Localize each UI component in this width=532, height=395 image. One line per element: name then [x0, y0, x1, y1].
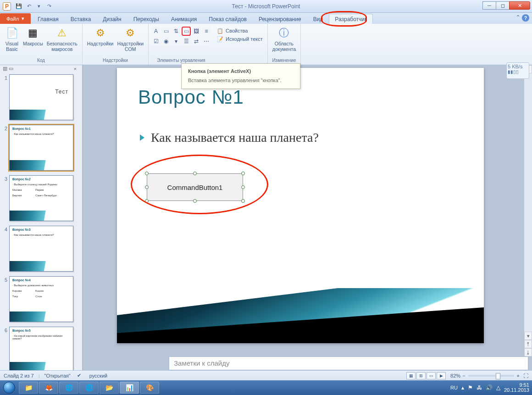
ctl-more-icon[interactable]: ⋯ — [202, 37, 211, 46]
ribbon-minimize-icon[interactable]: ⌃ — [516, 14, 520, 22]
tab-design[interactable]: Дизайн — [97, 14, 127, 24]
zoom-slider[interactable] — [468, 375, 514, 377]
ctl-commandbutton-icon[interactable]: ▭ — [182, 27, 191, 36]
vertical-scrollbar[interactable]: ▴ ▾ ⭱ ⭳ — [524, 65, 532, 356]
slide-thumbnail[interactable]: Вопрос №2· Выберите столицу нашей Родины… — [9, 175, 73, 221]
slide-canvas[interactable]: Вопрос №1 Как называется наша планета? C… — [117, 68, 484, 343]
selection-handle[interactable] — [145, 199, 149, 203]
selection-handle[interactable] — [241, 172, 245, 175]
prev-slide-icon[interactable]: ⭱ — [524, 340, 532, 348]
group-controls: A ▭ ⇅ ▭ 🖼 ≡ ☑ ◉ ▾ ☰ ⇄ ⋯ Элементы управле… — [149, 24, 268, 65]
properties-button[interactable]: 📋Свойства — [215, 27, 265, 35]
slide-bullet-text[interactable]: Как называется наша планета? — [151, 130, 319, 145]
tray-clock[interactable]: 9:51 20.11.2013 — [504, 383, 529, 393]
tray-up-icon[interactable]: ▴ — [461, 384, 464, 391]
tab-review[interactable]: Рецензирование — [253, 14, 307, 24]
selection-handle[interactable] — [145, 185, 149, 189]
tooltip: Кнопка (элемент ActiveX) Вставка элемент… — [181, 63, 300, 89]
thumb-number: 1 — [1, 74, 9, 81]
selection-handle[interactable] — [193, 199, 197, 203]
selection-handle[interactable] — [145, 172, 149, 175]
selection-handle[interactable] — [241, 199, 245, 203]
status-spellcheck-icon[interactable]: ✔ — [77, 373, 81, 378]
slide-thumbnail[interactable]: Вопрос №5· На какой картинке изображен к… — [9, 327, 73, 370]
ctl-listbox-icon[interactable]: ☰ — [182, 37, 191, 46]
thumbnails-tab-icon[interactable]: ▥ ▭ — [0, 66, 13, 72]
qat-save-icon[interactable]: 💾 — [14, 1, 24, 11]
task-firefox-icon[interactable]: 🦊 — [39, 382, 58, 394]
tab-animation[interactable]: Анимация — [165, 14, 203, 24]
slide-thumbnail[interactable]: Вопрос №3· Как называется наша планета? — [9, 226, 73, 272]
view-code-button[interactable]: 📝Исходный текст — [215, 35, 265, 43]
tab-slideshow[interactable]: Показ слайдов — [203, 14, 253, 24]
tray-lang[interactable]: RU — [450, 385, 458, 390]
ctl-label-icon[interactable]: A — [151, 27, 161, 36]
ctl-scrollbar-icon[interactable]: ≡ — [202, 27, 211, 36]
tray-network-icon[interactable]: 🖧 — [477, 384, 482, 391]
zoom-out-icon[interactable]: − — [462, 373, 465, 378]
zoom-in-icon[interactable]: + — [517, 373, 520, 378]
selection-handle[interactable] — [193, 172, 197, 175]
start-button[interactable] — [0, 380, 18, 395]
thumbnails-close-icon[interactable]: × — [74, 66, 77, 72]
minimize-button[interactable]: ─ — [482, 1, 496, 10]
macro-security-button[interactable]: ⚠Безопасность макросов — [45, 25, 79, 53]
visual-basic-button[interactable]: 📄Visual Basic — [3, 25, 21, 53]
ctl-toggle-icon[interactable]: ⇄ — [192, 37, 201, 46]
task-chrome-icon-2[interactable]: 🌐 — [59, 382, 78, 394]
qat-dropdown-icon[interactable]: ▾ — [34, 1, 44, 11]
task-explorer-icon[interactable]: 📁 — [19, 382, 38, 394]
status-language[interactable]: русский — [89, 373, 107, 378]
tab-file[interactable]: Файл ▾ — [0, 13, 31, 24]
ctl-option-icon[interactable]: ◉ — [161, 37, 171, 46]
tab-developer[interactable]: Разработчик — [329, 14, 373, 24]
task-paint-icon[interactable]: 🎨 — [140, 382, 159, 394]
qat-redo-icon[interactable]: ↷ — [44, 1, 54, 11]
addins-button[interactable]: ⚙Надстройки — [85, 25, 116, 53]
task-chrome-icon[interactable]: 🌐 — [79, 382, 99, 394]
close-button[interactable]: ✕ — [509, 1, 530, 10]
tray-sync-icon[interactable]: △ — [496, 384, 500, 391]
slide-title[interactable]: Вопрос №1 — [138, 86, 244, 108]
document-panel-button[interactable]: ⓘОбласть документа — [271, 25, 298, 53]
slide-thumbnail[interactable]: Вопрос №4· Выберите домашних животныхКор… — [9, 276, 73, 322]
slide-thumbnail[interactable]: Вопрос №1· Как называется наша планета? — [9, 125, 73, 171]
ctl-checkbox-icon[interactable]: ☑ — [151, 37, 161, 46]
ribbon: 📄Visual Basic ▦Макросы ⚠Безопасность мак… — [0, 24, 532, 65]
thumbnails-pane[interactable]: ▥ ▭ × 1Тест2Вопрос №1· Как называется на… — [0, 65, 83, 370]
slide-thumbnail[interactable]: Тест — [9, 74, 73, 120]
task-powerpoint-icon[interactable]: 📊 — [120, 382, 139, 394]
tab-home[interactable]: Главная — [32, 14, 65, 24]
tray-flag-icon[interactable]: ⚑ — [468, 384, 473, 391]
next-slide-icon[interactable]: ⭳ — [524, 348, 532, 356]
view-slideshow-icon[interactable]: ▶ — [437, 372, 446, 379]
selection-handle[interactable] — [241, 185, 245, 189]
command-button-control[interactable]: CommandButton1 — [147, 173, 243, 201]
scroll-down-icon[interactable]: ▾ — [524, 332, 532, 340]
system-tray: RU ▴ ⚑ 🖧 🔊 △ 9:51 20.11.2013 — [450, 383, 532, 393]
ctl-image-icon[interactable]: 🖼 — [192, 27, 201, 36]
tab-transitions[interactable]: Переходы — [127, 14, 165, 24]
ctl-combobox-icon[interactable]: ▾ — [172, 37, 181, 46]
network-bars-icon: ▮▮▯▯ — [508, 69, 528, 74]
ctl-spin-icon[interactable]: ⇅ — [172, 27, 181, 36]
com-addins-button[interactable]: ⚙Надстройки COM — [115, 25, 145, 53]
view-normal-icon[interactable]: ▦ — [406, 372, 416, 379]
fit-to-window-icon[interactable]: ⛶ — [523, 373, 528, 378]
ctl-textbox-icon[interactable]: ▭ — [161, 27, 171, 36]
ribbon-tabs: Файл ▾ Главная Вставка Дизайн Переходы А… — [0, 13, 532, 24]
group-addins-label: Надстройки — [85, 57, 145, 65]
help-icon[interactable]: ? — [522, 14, 529, 22]
tab-insert[interactable]: Вставка — [65, 14, 97, 24]
qat-undo-icon[interactable]: ↶ — [24, 1, 34, 11]
view-sorter-icon[interactable]: ⊞ — [416, 372, 426, 379]
tray-volume-icon[interactable]: 🔊 — [486, 384, 493, 391]
tab-view[interactable]: Вид — [307, 14, 329, 24]
macros-button[interactable]: ▦Макросы — [21, 25, 45, 53]
thumb-number: 4 — [1, 226, 9, 232]
network-widget[interactable]: 5 KB/s ▮▮▯▯ — [506, 62, 529, 79]
view-reading-icon[interactable]: ▭ — [427, 372, 436, 379]
maximize-button[interactable]: ◻ — [496, 1, 510, 10]
task-folder-icon[interactable]: 📂 — [100, 382, 119, 394]
notes-pane[interactable]: Заметки к слайду — [169, 356, 528, 370]
